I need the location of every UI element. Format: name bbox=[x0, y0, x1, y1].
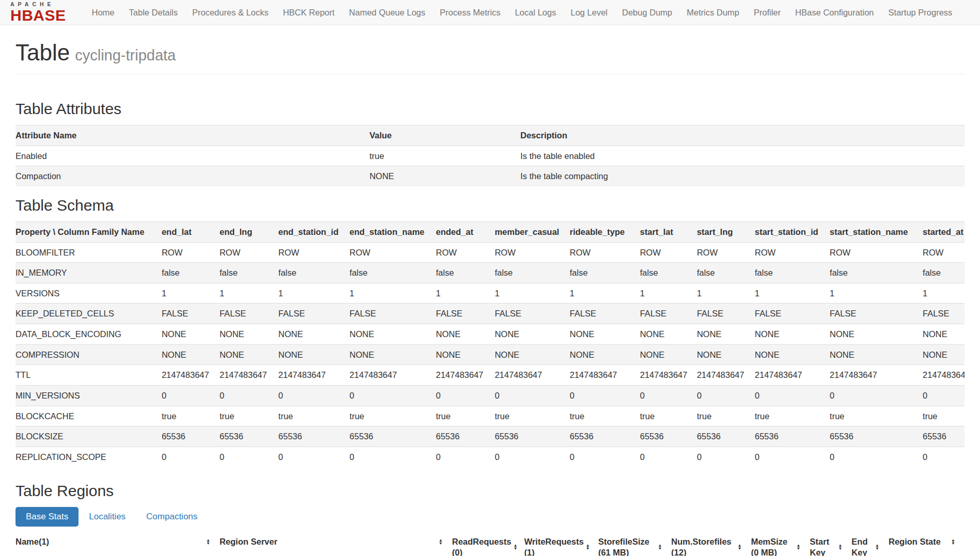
schema-property-value: 65536 bbox=[570, 426, 640, 447]
nav-item[interactable]: Profiler bbox=[746, 1, 788, 25]
nav-item[interactable]: Log Level bbox=[563, 1, 615, 25]
schema-property-value: 0 bbox=[755, 447, 830, 467]
regions-col-label: End Key bbox=[851, 536, 873, 556]
schema-property-value: 2147483647 bbox=[640, 365, 697, 386]
regions-col-memsize-0-mb[interactable]: MemSize (0 MB)▲▼ bbox=[751, 532, 810, 556]
schema-property-value: 65536 bbox=[436, 426, 495, 447]
sort-icon[interactable]: ▲▼ bbox=[586, 544, 590, 550]
schema-property-value: ROW bbox=[495, 242, 570, 263]
regions-tab-localities[interactable]: Localities bbox=[79, 507, 136, 527]
sort-icon[interactable]: ▲▼ bbox=[206, 539, 210, 545]
schema-property-value: false bbox=[220, 263, 278, 283]
schema-property-value: true bbox=[697, 406, 755, 426]
schema-property-value: 65536 bbox=[350, 426, 436, 447]
schema-property-name: VERSIONS bbox=[15, 283, 162, 304]
schema-property-value: 2147483647 bbox=[220, 365, 278, 386]
schema-property-value: NONE bbox=[436, 324, 495, 345]
schema-property-value: 0 bbox=[220, 447, 278, 467]
attribute-value: NONE bbox=[369, 166, 520, 186]
sort-icon[interactable]: ▲▼ bbox=[951, 539, 955, 545]
nav-item[interactable]: Debug Dump bbox=[615, 1, 679, 25]
sort-icon[interactable]: ▲▼ bbox=[658, 544, 662, 550]
table-regions-heading: Table Regions bbox=[15, 482, 965, 500]
schema-property-value: 2147483647 bbox=[436, 365, 495, 386]
sort-icon[interactable]: ▲▼ bbox=[514, 544, 518, 550]
regions-col-end-key[interactable]: End Key▲▼ bbox=[851, 532, 889, 556]
regions-tab-compactions[interactable]: Compactions bbox=[136, 507, 208, 527]
regions-col-num-storefiles-12[interactable]: Num.Storefiles (12)▲▼ bbox=[671, 532, 751, 556]
schema-row: REPLICATION_SCOPE000000000000 bbox=[15, 447, 965, 467]
schema-property-value: FALSE bbox=[830, 304, 923, 324]
schema-col-family: start_station_name bbox=[830, 221, 923, 242]
schema-property-value: 2147483647 bbox=[570, 365, 640, 386]
nav-item[interactable]: Procedures & Locks bbox=[185, 1, 276, 25]
schema-property-value: 1 bbox=[220, 283, 278, 304]
schema-property-value: 1 bbox=[570, 283, 640, 304]
nav-item[interactable]: Metrics Dump bbox=[679, 1, 746, 25]
schema-property-value: 0 bbox=[923, 385, 965, 406]
schema-property-value: false bbox=[350, 263, 436, 283]
nav-item[interactable]: HBase Configuration bbox=[788, 1, 881, 25]
schema-property-value: 2147483647 bbox=[697, 365, 755, 386]
nav-item[interactable]: Home bbox=[85, 1, 122, 25]
regions-tab-base-stats[interactable]: Base Stats bbox=[15, 507, 79, 527]
schema-row: BLOOMFILTERROWROWROWROWROWROWROWROWROWRO… bbox=[15, 242, 965, 263]
navbar: APACHE HBASE HomeTable DetailsProcedures… bbox=[0, 0, 980, 25]
schema-property-value: false bbox=[570, 263, 640, 283]
schema-property-name: REPLICATION_SCOPE bbox=[15, 447, 162, 467]
schema-col-family: end_station_id bbox=[278, 221, 350, 242]
regions-col-readrequests-0[interactable]: ReadRequests (0)▲▼ bbox=[452, 532, 524, 556]
schema-col-family: rideable_type bbox=[570, 221, 640, 242]
nav-item[interactable]: Startup Progress bbox=[881, 1, 960, 25]
hbase-logo[interactable]: APACHE HBASE bbox=[5, 1, 71, 25]
schema-table-body: Property \ Column Family Nameend_latend_… bbox=[15, 221, 965, 467]
schema-property-value: NONE bbox=[755, 324, 830, 345]
regions-col-writerequests-1[interactable]: WriteRequests (1)▲▼ bbox=[524, 532, 598, 556]
regions-header-row: Name(1)▲▼Region Server▲▼ReadRequests (0)… bbox=[15, 532, 965, 556]
schema-row: MIN_VERSIONS000000000000 bbox=[15, 385, 965, 406]
schema-property-value: 0 bbox=[278, 385, 350, 406]
table-attributes-table: Attribute Name Value Description Enabled… bbox=[15, 125, 965, 186]
schema-property-name: DATA_BLOCK_ENCODING bbox=[15, 324, 162, 345]
nav-item[interactable]: Named Queue Logs bbox=[342, 1, 433, 25]
schema-property-value: true bbox=[570, 406, 640, 426]
regions-tabs: Base StatsLocalitiesCompactions bbox=[15, 507, 965, 527]
regions-col-label: MemSize (0 MB) bbox=[751, 536, 795, 556]
schema-property-value: true bbox=[495, 406, 570, 426]
sort-icon[interactable]: ▲▼ bbox=[875, 544, 879, 550]
sort-icon[interactable]: ▲▼ bbox=[439, 539, 443, 545]
regions-col-label: WriteRequests (1) bbox=[524, 536, 584, 556]
schema-property-value: ROW bbox=[570, 242, 640, 263]
sort-icon[interactable]: ▲▼ bbox=[838, 544, 842, 550]
regions-col-label: Region State bbox=[889, 536, 941, 547]
schema-property-value: 0 bbox=[495, 447, 570, 467]
regions-col-region-server[interactable]: Region Server▲▼ bbox=[220, 532, 452, 556]
schema-property-value: 65536 bbox=[278, 426, 350, 447]
page-content: Tablecycling-tripdata Table Attributes A… bbox=[0, 40, 980, 556]
nav-item[interactable]: Table Details bbox=[122, 1, 185, 25]
regions-col-name-1[interactable]: Name(1)▲▼ bbox=[15, 532, 220, 556]
schema-property-value: ROW bbox=[278, 242, 350, 263]
nav-item[interactable]: Local Logs bbox=[508, 1, 564, 25]
schema-property-value: 2147483647 bbox=[923, 365, 965, 386]
schema-property-name: KEEP_DELETED_CELLS bbox=[15, 304, 162, 324]
schema-property-value: 2147483647 bbox=[755, 365, 830, 386]
schema-property-value: NONE bbox=[495, 344, 570, 365]
schema-property-value: FALSE bbox=[162, 304, 220, 324]
schema-property-value: 0 bbox=[570, 447, 640, 467]
schema-property-value: 0 bbox=[697, 447, 755, 467]
schema-property-name: COMPRESSION bbox=[15, 344, 162, 365]
regions-col-storefilesize-61-mb[interactable]: StorefileSize (61 MB)▲▼ bbox=[598, 532, 671, 556]
nav-item[interactable]: HBCK Report bbox=[276, 1, 342, 25]
attribute-value: true bbox=[369, 146, 520, 166]
nav-item[interactable]: Process Metrics bbox=[432, 1, 507, 25]
schema-property-name: TTL bbox=[15, 365, 162, 386]
schema-property-value: ROW bbox=[162, 242, 220, 263]
sort-icon[interactable]: ▲▼ bbox=[738, 544, 742, 550]
schema-property-value: true bbox=[923, 406, 965, 426]
regions-col-region-state[interactable]: Region State▲▼ bbox=[889, 532, 965, 556]
regions-col-start-key[interactable]: Start Key▲▼ bbox=[810, 532, 852, 556]
schema-property-value: false bbox=[278, 263, 350, 283]
schema-property-value: 0 bbox=[220, 385, 278, 406]
sort-icon[interactable]: ▲▼ bbox=[797, 544, 801, 550]
